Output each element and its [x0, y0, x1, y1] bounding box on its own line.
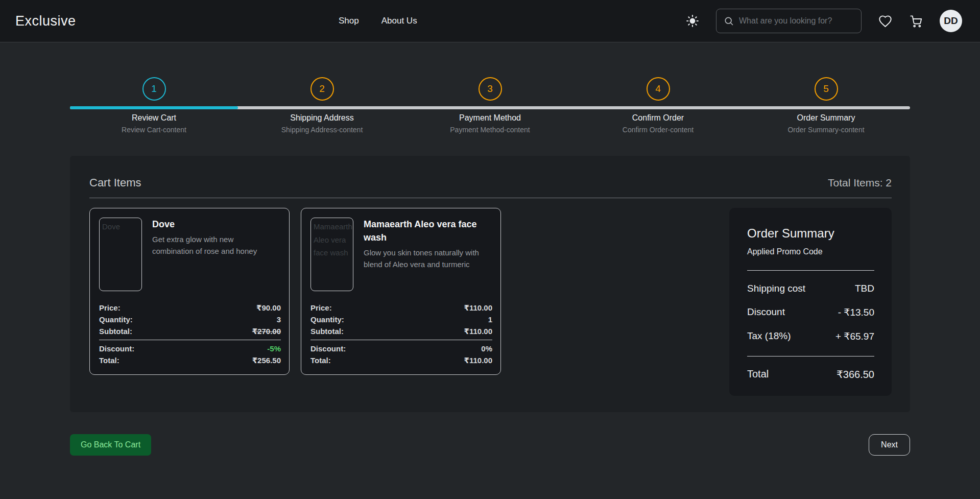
step-shipping-address[interactable]: 2 Shipping Address Shipping Address-cont… [238, 77, 406, 134]
tax-row: Tax (18%) + ₹65.97 [747, 330, 874, 342]
wishlist-button[interactable] [878, 14, 892, 28]
user-avatar[interactable]: DD [940, 10, 962, 32]
step-number-badge: 1 [142, 77, 166, 101]
step-order-summary[interactable]: 5 Order Summary Order Summary-content [742, 77, 910, 134]
price-value: ₹110.00 [464, 302, 493, 314]
subtotal-label: Subtotal: [310, 325, 344, 337]
discount-label: Discount: [310, 343, 346, 354]
go-back-to-cart-button[interactable]: Go Back To Cart [70, 434, 151, 456]
cart-button[interactable] [909, 14, 923, 28]
main-nav: Shop About Us [339, 16, 417, 26]
step-number-badge: 2 [310, 77, 334, 101]
price-row: Price: ₹110.00 [310, 302, 492, 314]
discount-label: Discount [747, 306, 785, 318]
cart-items-list: Dove Dove Get extra glow with new combin… [89, 208, 501, 375]
step-title: Payment Method [406, 113, 574, 123]
price-label: Price: [99, 302, 121, 314]
nav-link-about-us[interactable]: About Us [381, 16, 417, 26]
discount-row: Discount: -5% [99, 343, 281, 354]
discount-row: Discount - ₹13.50 [747, 306, 874, 318]
step-subtitle: Payment Method-content [406, 126, 574, 134]
step-subtitle: Order Summary-content [742, 126, 910, 134]
quantity-label: Quantity: [99, 314, 133, 325]
search-box[interactable] [716, 9, 862, 33]
subtotal-row: Subtotal: ₹270.00 [99, 325, 281, 340]
cart-icon [909, 14, 923, 28]
card-top: Dove Dove Get extra glow with new combin… [99, 218, 281, 291]
step-number-badge: 3 [479, 77, 502, 101]
step-title: Shipping Address [238, 113, 406, 123]
price-row: Price: ₹90.00 [99, 302, 281, 314]
discount-label: Discount: [99, 343, 134, 354]
step-subtitle: Shipping Address-content [238, 126, 406, 134]
search-icon [724, 16, 734, 26]
product-image: Mamaearth Aleo vera face wash [310, 218, 353, 291]
product-description: Glow you skin tones naturally with blend… [364, 247, 487, 270]
shipping-cost-row: Shipping cost TBD [747, 283, 874, 294]
step-title: Order Summary [742, 113, 910, 123]
grand-total-label: Total [747, 368, 769, 381]
grand-total-row: Total ₹366.50 [747, 368, 874, 381]
product-info: Dove Get extra glow with new combination… [152, 218, 276, 291]
tax-value: + ₹65.97 [835, 330, 874, 342]
quantity-value: 1 [488, 314, 492, 325]
card-top: Mamaearth Aleo vera face wash Mamaearth … [310, 218, 492, 291]
summary-divider [747, 356, 874, 357]
cart-section-title: Cart Items [89, 176, 141, 189]
step-subtitle: Review Cart-content [70, 126, 238, 134]
quantity-value: 3 [277, 314, 281, 325]
total-items-count: Total Items: 2 [828, 177, 892, 189]
cart-panel: Cart Items Total Items: 2 Dove Dove Get … [70, 156, 910, 412]
step-title: Review Cart [70, 113, 238, 123]
discount-value: -5% [267, 343, 281, 354]
cart-item-card-mamaearth: Mamaearth Aleo vera face wash Mamaearth … [301, 208, 501, 375]
tax-label: Tax (18%) [747, 330, 791, 342]
subtotal-value: ₹270.00 [252, 325, 281, 337]
step-subtitle: Confirm Order-content [574, 126, 742, 134]
price-label: Price: [310, 302, 332, 314]
discount-row: Discount: 0% [310, 343, 492, 354]
sun-icon [686, 14, 699, 28]
total-label: Total: [310, 354, 331, 366]
cart-panel-header: Cart Items Total Items: 2 [89, 176, 892, 198]
checkout-actions: Go Back To Cart Next [70, 434, 910, 456]
total-label: Total: [99, 354, 119, 366]
step-review-cart[interactable]: 1 Review Cart Review Cart-content [70, 77, 238, 134]
total-row: Total: ₹256.50 [99, 354, 281, 366]
nav-link-shop[interactable]: Shop [339, 16, 359, 26]
theme-toggle-button[interactable] [686, 14, 699, 28]
search-input[interactable] [739, 16, 854, 26]
subtotal-value: ₹110.00 [464, 325, 493, 337]
shipping-cost-label: Shipping cost [747, 283, 805, 294]
subtotal-row: Subtotal: ₹110.00 [310, 325, 492, 340]
order-summary-title: Order Summary [747, 226, 874, 241]
brand-logo[interactable]: Exclusive [15, 13, 76, 29]
summary-divider [747, 270, 874, 271]
product-name: Dove [152, 218, 276, 231]
step-number-badge: 5 [815, 77, 838, 101]
step-number-badge: 4 [647, 77, 670, 101]
cart-body: Dove Dove Get extra glow with new combin… [89, 208, 892, 396]
price-value: ₹90.00 [256, 302, 281, 314]
product-name: Mamaearth Aleo vera face wash [364, 218, 492, 244]
step-payment-method[interactable]: 3 Payment Method Payment Method-content [406, 77, 574, 134]
total-value: ₹110.00 [464, 354, 493, 366]
discount-value: 0% [481, 343, 492, 354]
quantity-label: Quantity: [310, 314, 344, 325]
top-navbar: Exclusive Shop About Us [0, 0, 980, 42]
total-value: ₹256.50 [252, 354, 281, 366]
order-summary-panel: Order Summary Applied Promo Code Shippin… [729, 208, 892, 396]
subtotal-label: Subtotal: [99, 325, 132, 337]
shipping-cost-value: TBD [855, 283, 874, 294]
applied-promo-label: Applied Promo Code [747, 247, 874, 256]
price-breakdown: Price: ₹90.00 Quantity: 3 Subtotal: ₹270… [99, 302, 281, 366]
checkout-stepper: 1 Review Cart Review Cart-content 2 Ship… [70, 77, 910, 134]
grand-total-value: ₹366.50 [836, 368, 874, 381]
step-confirm-order[interactable]: 4 Confirm Order Confirm Order-content [574, 77, 742, 134]
next-button[interactable]: Next [869, 434, 910, 456]
total-row: Total: ₹110.00 [310, 354, 492, 366]
cart-item-card-dove: Dove Dove Get extra glow with new combin… [89, 208, 290, 375]
navbar-right-cluster: DD [686, 9, 962, 33]
product-info: Mamaearth Aleo vera face wash Glow you s… [364, 218, 492, 291]
step-title: Confirm Order [574, 113, 742, 123]
